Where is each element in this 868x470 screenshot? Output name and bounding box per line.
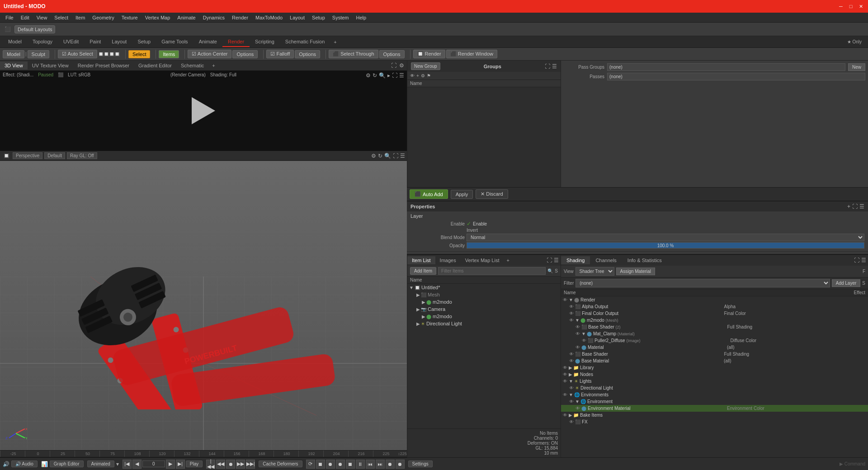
groups-settings2-icon[interactable]: ⚙ <box>421 73 425 78</box>
groups-flag-icon[interactable]: ⚑ <box>427 73 431 78</box>
auto-select-btn[interactable]: ☑ Auto Select <box>58 50 97 58</box>
view-settings-icon[interactable]: ☰ <box>400 153 405 159</box>
select-through-btn[interactable]: ⬛ Select Through <box>329 50 378 58</box>
expand-icon[interactable]: ⛶ <box>391 62 396 69</box>
options-btn3[interactable]: Options <box>379 50 405 58</box>
item-list-s-icon[interactable]: S <box>555 268 558 273</box>
menu-animate[interactable]: Animate <box>174 14 199 21</box>
discard-btn[interactable]: ✕ Discard <box>476 189 508 199</box>
tab-channels[interactable]: Channels <box>590 256 622 264</box>
sh-item-alpha[interactable]: 👁 ⬛ Alpha Output Alpha <box>561 303 868 310</box>
cache-deformers-btn[interactable]: Cache Deformers <box>259 461 302 467</box>
action-center-btn[interactable]: ☑ Action Center <box>188 50 231 58</box>
filter-items-input[interactable] <box>438 267 546 275</box>
tab-uv-texture[interactable]: UV Texture View <box>28 61 73 70</box>
extra-btn9[interactable]: ⏺ <box>386 460 395 469</box>
sh-item-base-shader1[interactable]: 👁 ⬛ Base Shader (2) Full Shading <box>561 324 868 330</box>
view-expand-icon[interactable]: ⛶ <box>393 153 398 159</box>
item-list-expand-icon[interactable]: ⛶ <box>547 257 552 263</box>
sh-item-render[interactable]: 👁 ▼ ⬤ Render <box>561 296 868 303</box>
menu-select[interactable]: Select <box>51 14 72 21</box>
perspective-btn[interactable]: Perspective <box>13 152 42 159</box>
tab-item-list[interactable]: Item List <box>407 256 435 264</box>
tree-item-m2modo2[interactable]: ▶ ⬤ m2modo <box>407 313 561 320</box>
lights-eye[interactable]: 👁 <box>563 379 567 384</box>
fx-eye[interactable]: 👁 <box>569 419 574 424</box>
menu-layout[interactable]: Layout <box>286 14 308 21</box>
base-shader2-eye[interactable]: 👁 <box>569 352 574 357</box>
opacity-slider[interactable]: 100.0 % <box>467 242 864 249</box>
item-list-tab-add[interactable]: + <box>504 256 512 264</box>
new-group-btn[interactable]: New Group <box>411 62 440 70</box>
props-add-icon[interactable]: + <box>847 203 850 210</box>
go-start-btn[interactable]: |◀ <box>123 460 132 469</box>
zoom-icon[interactable]: 🔍 <box>379 72 386 79</box>
sh-item-lights[interactable]: 👁 ▼ ☀ Lights <box>561 378 868 385</box>
tab-setup[interactable]: Setup <box>132 37 156 47</box>
menu-render[interactable]: Render <box>228 14 252 21</box>
extra-btn8[interactable]: ⏭ <box>376 460 385 469</box>
groups-expand-icon[interactable]: ⛶ <box>545 63 550 70</box>
library-eye[interactable]: 👁 <box>563 365 567 370</box>
animated-btn[interactable]: Animated <box>87 461 114 467</box>
sh-item-m2modo[interactable]: 👁 ▼ ⬤ m2modo (Mesh) <box>561 317 868 324</box>
extra-btn2[interactable]: ⏹ <box>316 460 325 469</box>
menu-edit[interactable]: Edit <box>17 14 33 21</box>
sh-item-final-color[interactable]: 👁 ⬛ Final Color Output Final Color <box>561 310 868 317</box>
extra-btn3[interactable]: ⏺ <box>326 460 335 469</box>
extra-btn1[interactable]: ⟳ <box>306 460 315 469</box>
view-gear-icon[interactable]: ⚙ <box>371 153 376 159</box>
prev-frame-btn[interactable]: ◀ <box>132 460 142 469</box>
sh-item-material[interactable]: 👁 ⬤ Material (all) <box>561 344 868 351</box>
tab-schematic-fusion[interactable]: Schematic Fusion <box>280 37 330 47</box>
window-controls[interactable]: ─ □ ✕ <box>837 3 864 10</box>
render-tab-add[interactable]: + <box>208 61 218 70</box>
menu-geometry[interactable]: Geometry <box>89 14 118 21</box>
tab-3d-view[interactable]: 3D View <box>0 61 28 70</box>
tree-item-mesh[interactable]: ▶ ⬛ Mesh <box>407 291 561 298</box>
shader-filter-dropdown[interactable]: (none) <box>576 279 830 287</box>
tab-schematic[interactable]: Schematic <box>176 61 208 70</box>
audio-btn[interactable]: 🔊 Audio <box>11 461 38 467</box>
close-btn[interactable]: ✕ <box>857 3 864 10</box>
tree-item-directional-light[interactable]: ▶ ☀ Directional Light <box>407 320 561 327</box>
sh-item-puller2-diffuse[interactable]: 👁 ⬛ Puller2_Diffuse (Image) Diffuse Colo… <box>561 337 868 344</box>
tab-render[interactable]: Render <box>222 37 250 47</box>
default-btn[interactable]: Default <box>44 152 65 159</box>
material-eye[interactable]: 👁 <box>576 345 580 350</box>
falloff-btn[interactable]: ☑ Falloff <box>266 50 294 58</box>
props-expand-icon[interactable]: ⛶ <box>852 203 858 210</box>
directional-light-eye[interactable]: 👁 <box>569 385 574 390</box>
menu-item[interactable]: Item <box>72 14 89 21</box>
sh-item-bake-items[interactable]: 👁 ▶ 📁 Bake Items <box>561 412 868 418</box>
menu-view[interactable]: View <box>33 14 51 21</box>
blend-mode-dropdown[interactable]: Normal <box>467 234 864 241</box>
more-icon[interactable]: ▸ <box>387 72 390 79</box>
view-refresh-icon[interactable]: ↻ <box>378 153 382 159</box>
options-btn1[interactable]: Options <box>232 50 258 58</box>
extra-btn4[interactable]: ⏺ <box>336 460 345 469</box>
m2modo-eye[interactable]: 👁 <box>569 318 574 323</box>
tab-paint[interactable]: Paint <box>84 37 106 47</box>
sh-item-fx[interactable]: 👁 ⬛ FX <box>561 418 868 425</box>
tab-render-preset[interactable]: Render Preset Browser <box>73 61 134 70</box>
tab-info-stats[interactable]: Info & Statistics <box>622 256 667 264</box>
layout-dropdown[interactable]: Default Layouts <box>14 25 55 33</box>
groups-eye-icon[interactable]: 👁 <box>410 73 415 78</box>
tree-item-camera[interactable]: ▶ 📷 Camera <box>407 306 561 313</box>
pb-btn4[interactable]: ▶▶ <box>236 460 245 469</box>
refresh-icon[interactable]: ↻ <box>373 72 377 79</box>
env-material-eye[interactable]: 👁 <box>576 406 580 411</box>
sh-item-library[interactable]: 👁 ▶ 📁 Library <box>561 364 868 371</box>
item-list-settings-icon[interactable]: ☰ <box>554 257 559 263</box>
tab-model[interactable]: Model <box>3 37 27 47</box>
tree-item-m2modo[interactable]: ▶ ⬤ m2modo <box>407 298 561 306</box>
add-layer-btn[interactable]: Add Layer <box>832 279 861 287</box>
sh-item-env-material[interactable]: 👁 ⬤ Environment Material Environment Col… <box>561 405 868 412</box>
menu-maxtomodo[interactable]: MaxToModo <box>252 14 286 21</box>
gear-icon[interactable]: ⚙ <box>366 72 371 79</box>
tab-layout[interactable]: Layout <box>106 37 132 47</box>
groups-add-icon[interactable]: + <box>416 73 419 78</box>
environment-eye[interactable]: 👁 <box>569 399 574 404</box>
tab-gradient-editor[interactable]: Gradient Editor <box>134 61 176 70</box>
